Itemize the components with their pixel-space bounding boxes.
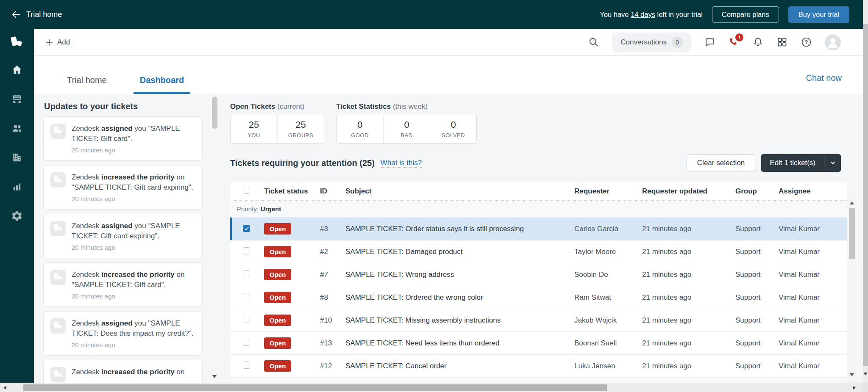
col-requester-updated: Requester updated — [636, 187, 729, 196]
talk-button[interactable]: ! — [728, 36, 740, 48]
tab-trial-home[interactable]: Trial home — [61, 75, 113, 94]
what-is-this-link[interactable]: What is this? — [381, 159, 422, 168]
page-vertical-scrollbar[interactable] — [863, 0, 868, 383]
ticket-row[interactable]: Open #2 SAMPLE TICKET: Damaged product T… — [230, 240, 847, 263]
tab-dashboard[interactable]: Dashboard — [134, 75, 190, 94]
update-card[interactable]: Zendesk increased the priority on — [43, 360, 203, 383]
page-vscroll-thumb[interactable] — [863, 24, 868, 366]
scroll-down-arrow-icon[interactable] — [850, 373, 854, 376]
ticket-requester: Luka Jensen — [568, 362, 636, 370]
trial-days-link[interactable]: 14 days — [631, 11, 655, 18]
updates-scrollbar-thumb[interactable] — [212, 97, 217, 129]
ticket-row[interactable]: Open #10 SAMPLE TICKET: Missing assembly… — [230, 309, 847, 332]
conversations-count-badge: 0 — [672, 37, 683, 48]
sidebar-item-organizations[interactable] — [11, 151, 23, 164]
update-card[interactable]: Zendesk increased the priority on "SAMPL… — [43, 262, 203, 307]
apps-button[interactable] — [776, 36, 788, 48]
select-all-checkbox[interactable] — [243, 187, 250, 194]
row-checkbox[interactable] — [243, 225, 250, 232]
add-button[interactable]: Add — [42, 36, 73, 49]
priority-group-header: Priority:Urgent — [230, 201, 847, 218]
update-card[interactable]: Zendesk assigned you "SAMPLE TICKET: Gif… — [43, 214, 203, 258]
help-button[interactable]: ? — [801, 36, 812, 48]
col-ticket-status: Ticket status — [258, 187, 314, 196]
buy-trial-button[interactable]: Buy your trial — [788, 6, 849, 23]
scroll-right-arrow-icon[interactable] — [853, 386, 856, 390]
stat-solved: 0 SOLVED — [430, 115, 476, 143]
edit-dropdown-button[interactable] — [824, 154, 841, 172]
update-timestamp: 20 minutes ago — [72, 195, 195, 202]
table-scrollbar-thumb[interactable] — [849, 208, 855, 259]
reporting-chart-icon — [11, 181, 23, 193]
ticket-subject[interactable]: SAMPLE TICKET: Order status says it is s… — [339, 225, 568, 233]
ticket-updated: 21 minutes ago — [636, 248, 729, 256]
row-checkbox[interactable] — [243, 270, 250, 277]
gear-icon — [11, 210, 23, 222]
ticket-subject[interactable]: SAMPLE TICKET: Missing assembly instruct… — [339, 316, 568, 325]
scroll-down-arrow-icon[interactable] — [212, 375, 217, 378]
sidebar-item-reporting[interactable] — [11, 180, 23, 193]
updates-scrollbar[interactable] — [212, 96, 217, 382]
update-text: Zendesk assigned you "SAMPLE TICKET: Gif… — [72, 124, 195, 144]
ticket-updated: 21 minutes ago — [636, 271, 729, 279]
ticket-requester: Ram Sitwat — [568, 293, 636, 302]
ticket-subject[interactable]: SAMPLE TICKET: Wrong address — [339, 271, 568, 279]
back-to-trial-home[interactable]: Trial home — [11, 10, 62, 19]
ticket-requester: Jakub Wójcik — [568, 316, 636, 325]
conversations-button[interactable]: Conversations 0 — [612, 33, 691, 52]
ticket-group: Support — [729, 271, 772, 279]
chat-now-link[interactable]: Chat now — [806, 73, 842, 83]
clear-selection-button[interactable]: Clear selection — [687, 155, 755, 171]
back-label: Trial home — [26, 10, 62, 19]
update-text: Zendesk assigned you "SAMPLE TICKET: Doe… — [72, 318, 195, 339]
row-checkbox[interactable] — [243, 362, 250, 369]
app-sidebar — [0, 29, 34, 383]
ticket-id: #12 — [314, 362, 339, 370]
zendesk-avatar — [50, 124, 66, 139]
page-horizontal-scrollbar[interactable] — [0, 383, 863, 392]
ticket-subject[interactable]: SAMPLE TICKET: Need less items than orde… — [339, 339, 568, 348]
col-id: ID — [314, 187, 339, 196]
row-checkbox[interactable] — [243, 339, 250, 346]
sidebar-item-home[interactable] — [11, 63, 23, 76]
notifications-button[interactable] — [752, 36, 764, 48]
table-scrollbar[interactable] — [848, 198, 857, 383]
help-icon: ? — [801, 36, 812, 48]
ticket-subject[interactable]: SAMPLE TICKET: Damaged product — [339, 248, 568, 256]
ticket-id: #7 — [314, 271, 339, 279]
chat-button[interactable] — [704, 36, 715, 48]
ticket-requester: Soobin Do — [568, 271, 636, 279]
ticket-id: #8 — [314, 293, 339, 302]
ticket-row[interactable]: Open #7 SAMPLE TICKET: Wrong address Soo… — [230, 263, 847, 286]
edit-tickets-button[interactable]: Edit 1 ticket(s) — [761, 154, 824, 172]
ticket-assignee: Vimal Kumar — [772, 362, 847, 370]
update-card[interactable]: Zendesk increased the priority on "SAMPL… — [43, 165, 203, 210]
row-checkbox[interactable] — [243, 316, 250, 323]
ticket-group: Support — [729, 362, 772, 370]
compare-plans-button[interactable]: Compare plans — [712, 6, 779, 23]
stat-good: 0 GOOD — [337, 115, 383, 143]
update-text: Zendesk increased the priority on — [72, 367, 184, 377]
user-avatar[interactable] — [825, 34, 841, 50]
scroll-up-arrow-icon[interactable] — [850, 202, 854, 204]
update-timestamp: 20 minutes ago — [72, 293, 195, 300]
update-card[interactable]: Zendesk assigned you "SAMPLE TICKET: Doe… — [43, 311, 203, 356]
scroll-left-arrow-icon[interactable] — [3, 386, 6, 390]
ticket-row[interactable]: Open #12 SAMPLE TICKET: Cancel order Luk… — [230, 355, 847, 378]
ticket-requester: Carlos Garcia — [568, 225, 636, 233]
sidebar-item-customers[interactable] — [11, 122, 23, 135]
row-checkbox[interactable] — [243, 247, 250, 254]
ticket-row[interactable]: Open #13 SAMPLE TICKET: Need less items … — [230, 332, 847, 355]
row-checkbox[interactable] — [243, 293, 250, 300]
page-hscroll-thumb[interactable] — [23, 384, 607, 391]
ticket-row[interactable]: Open #3 SAMPLE TICKET: Order status says… — [230, 218, 847, 240]
scroll-down-arrow-icon[interactable] — [863, 373, 868, 375]
ticket-subject[interactable]: SAMPLE TICKET: Ordered the wrong color — [339, 293, 568, 302]
ticket-row[interactable]: Open #8 SAMPLE TICKET: Ordered the wrong… — [230, 286, 847, 309]
search-button[interactable] — [588, 36, 599, 48]
sidebar-item-views[interactable] — [11, 93, 23, 105]
update-card[interactable]: Zendesk assigned you "SAMPLE TICKET: Gif… — [43, 116, 203, 161]
ticket-subject[interactable]: SAMPLE TICKET: Cancel order — [339, 362, 568, 370]
update-text: Zendesk assigned you "SAMPLE TICKET: Gif… — [72, 221, 195, 241]
sidebar-item-admin[interactable] — [11, 210, 23, 222]
